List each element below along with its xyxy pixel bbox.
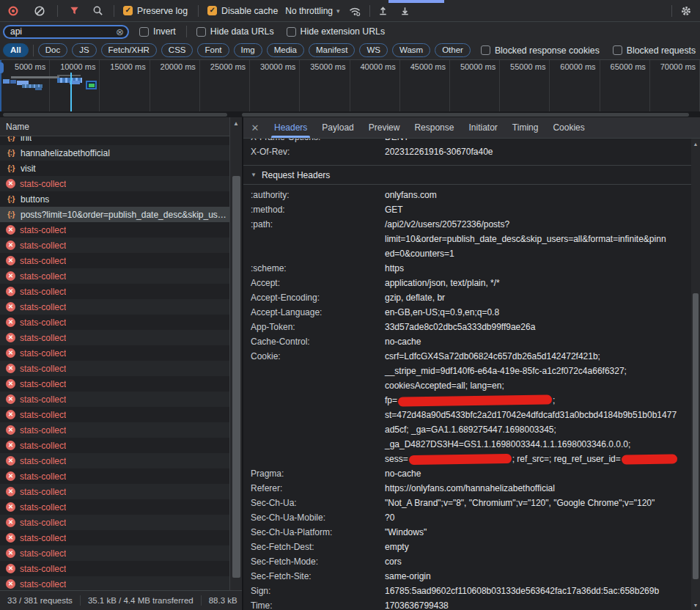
import-har-icon[interactable] [376,4,391,18]
requests-count: 33 / 381 requests [0,596,80,605]
request-row[interactable]: {:}init [0,136,229,145]
header-value-line: ad5cf; _ga=GA1.1.689275447.1698003345; [385,422,691,437]
name-column-header[interactable]: Name [0,117,242,136]
request-row[interactable]: ✕stats-collect [0,315,229,330]
header-name: Referer: [251,481,385,496]
request-row[interactable]: ✕stats-collect [0,576,229,590]
error-icon: ✕ [6,502,15,512]
type-filter-media[interactable]: Media [267,43,304,57]
hide-extension-urls-checkbox[interactable]: Hide extension URLs [287,26,386,37]
request-row[interactable]: ✕stats-collect [0,530,229,545]
tab-timing[interactable]: Timing [505,117,546,138]
scroll-down-arrow[interactable]: ▼ [691,603,700,608]
request-row[interactable]: {:}posts?limit=10&order=publish_date_des… [0,207,229,222]
checkbox-label: Hide data URLs [210,26,274,37]
type-filter-manifest[interactable]: Manifest [309,43,355,57]
request-row[interactable]: ✕stats-collect [0,561,229,576]
type-filter-font[interactable]: Font [197,43,229,57]
type-filter-ws[interactable]: WS [359,43,388,57]
tab-payload[interactable]: Payload [314,117,361,138]
type-filter-js[interactable]: JS [72,43,96,57]
type-filter-doc[interactable]: Doc [38,43,67,57]
request-row[interactable]: ✕stats-collect [0,515,229,530]
request-row[interactable]: ✕stats-collect [0,361,229,376]
request-row[interactable]: {:}hannahelizabethofficial [0,145,229,161]
header-value: DENY [385,139,691,144]
tab-initiator[interactable]: Initiator [461,117,504,138]
header-row: :method:GET [251,202,691,217]
type-filter-wasm[interactable]: Wasm [392,43,430,57]
header-name: Sec-Ch-Ua-Platform: [251,525,385,540]
divider [369,5,370,17]
type-filter-other[interactable]: Other [435,43,471,57]
divider [186,26,187,37]
blocked-response-cookies-checkbox[interactable]: Blocked response cookies [481,45,600,56]
timeline-column: 55000 ms [500,60,550,111]
search-icon[interactable] [90,4,105,18]
request-row[interactable]: ✕stats-collect [0,345,229,361]
request-row[interactable]: ✕stats-collect [0,468,229,484]
request-row[interactable]: ✕stats-collect [0,438,229,453]
preserve-log-checkbox[interactable]: Preserve log [123,6,188,16]
tab-headers[interactable]: Headers [267,117,314,138]
header-name: :scheme: [251,261,385,276]
tab-preview[interactable]: Preview [361,117,408,138]
record-button[interactable] [6,4,21,18]
request-row[interactable]: ✕stats-collect [0,484,229,499]
scrollbar-thumb[interactable] [242,113,689,117]
type-filter-fetch-xhr[interactable]: Fetch/XHR [101,43,157,57]
settings-gear-icon[interactable] [679,4,693,18]
tab-response[interactable]: Response [407,117,461,138]
export-har-icon[interactable] [398,4,413,18]
network-conditions-icon[interactable] [347,4,362,18]
type-filter-img[interactable]: Img [234,43,262,57]
filter-input[interactable] [10,26,116,37]
request-row[interactable]: ✕stats-collect [0,238,229,253]
request-row[interactable]: ✕stats-collect [0,545,229,561]
header-value: application/json, text/plain, */* [385,276,691,290]
header-value-line: _ga_D4827DS3H4=GS1.1.1698003344.1.1.1698… [385,437,691,452]
request-row[interactable]: ✕stats-collect [0,222,229,238]
request-row[interactable]: {:}visit [0,161,229,176]
header-value-line: __stripe_mid=9df140f6-e64a-419e-85fc-a1c… [385,364,691,378]
scroll-up-arrow[interactable]: ▲ [691,139,700,147]
timeline-column: 20000 ms [150,60,200,111]
request-row[interactable]: ✕stats-collect [0,499,229,515]
request-row[interactable]: ✕stats-collect [0,253,229,268]
clear-filter-icon[interactable]: ⊗ [116,27,124,37]
request-row[interactable]: ✕stats-collect [0,299,229,315]
hide-data-urls-checkbox[interactable]: Hide data URLs [196,26,274,37]
request-row[interactable]: ✕stats-collect [0,422,229,438]
invert-checkbox[interactable]: Invert [139,26,176,37]
tab-cookies[interactable]: Cookies [545,117,592,138]
scroll-up-arrow[interactable]: ▲ [230,117,242,127]
clear-network-log-button[interactable] [32,4,47,18]
request-row[interactable]: ✕stats-collect [0,407,229,422]
waterfall-left-handle[interactable] [0,62,4,73]
scrollbar-thumb[interactable] [232,176,240,578]
scrollbar-thumb[interactable] [3,113,227,117]
request-row[interactable]: ✕stats-collect [0,268,229,284]
request-row[interactable]: ✕stats-collect [0,284,229,299]
network-overview-timeline[interactable]: 5000 ms10000 ms15000 ms20000 ms25000 ms3… [0,60,700,117]
blocked-requests-checkbox[interactable]: Blocked requests [613,45,696,56]
type-filter-all[interactable]: All [3,43,29,57]
request-row[interactable]: {:}buttons [0,191,229,207]
type-filter-css[interactable]: CSS [161,43,194,57]
header-row: Cookie:csrf=LdfcGX4Sa72db06824c657db26a5… [251,349,691,466]
request-row[interactable]: ✕stats-collect [0,330,229,345]
close-icon[interactable]: ✕ [243,122,267,133]
request-row[interactable]: ✕stats-collect [0,392,229,407]
request-headers-section-toggle[interactable]: ▼ Request Headers [243,165,691,185]
request-row[interactable]: ✕stats-collect [0,453,229,468]
request-name: stats-collect [20,548,66,559]
transferred-size: 35.1 kB / 4.4 MB transferred [81,596,201,605]
request-detail-panel: ✕ HeadersPayloadPreviewResponseInitiator… [242,117,700,610]
filter-funnel-icon[interactable] [67,4,81,18]
request-row[interactable]: ✕stats-collect [0,376,229,392]
scrollbar-thumb[interactable] [693,293,699,579]
throttling-dropdown[interactable]: No throttling ▾ [285,6,339,16]
request-row[interactable]: ✕stats-collect [0,176,229,191]
request-name: stats-collect [20,471,66,482]
disable-cache-checkbox[interactable]: Disable cache [207,6,278,16]
